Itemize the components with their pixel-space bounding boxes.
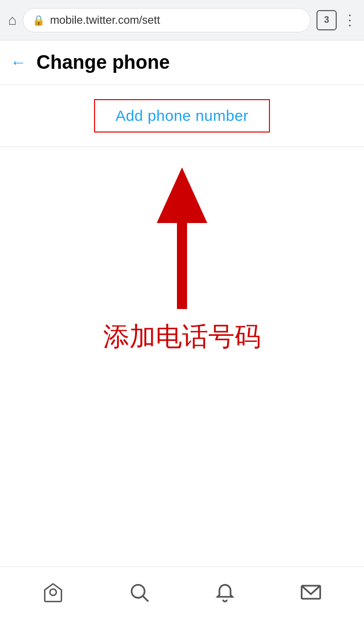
bottom-nav [0,566,364,617]
content-area: Add phone number 添加电话号码 [0,85,364,566]
url-text: mobile.twitter.com/sett [50,14,160,27]
lock-icon: 🔒 [32,14,45,26]
search-icon [128,581,150,603]
browser-bar: ⌂ 🔒 mobile.twitter.com/sett 3 ⋮ [0,0,364,40]
add-phone-button[interactable]: Add phone number [94,99,269,133]
browser-url-bar[interactable]: 🔒 mobile.twitter.com/sett [23,8,310,32]
svg-line-3 [143,596,148,601]
bell-icon [214,581,236,603]
nav-home[interactable] [42,581,64,603]
nav-messages[interactable] [300,581,322,603]
arrow-container [152,162,212,314]
svg-point-2 [131,585,145,598]
browser-menu-icon[interactable]: ⋮ [343,12,356,28]
browser-tabs-badge[interactable]: 3 [316,10,337,30]
page-title: Change phone [36,52,170,73]
nav-search[interactable] [128,581,150,603]
svg-marker-0 [157,167,207,309]
mail-icon [300,581,322,603]
nav-notifications[interactable] [214,581,236,603]
svg-point-1 [50,589,57,595]
annotation-area: 添加电话号码 [0,147,364,566]
back-button[interactable]: ← [10,53,26,72]
page-header: ← Change phone [0,40,364,85]
annotation-arrow [152,162,212,314]
add-phone-row: Add phone number [0,85,364,147]
browser-home-icon[interactable]: ⌂ [8,12,17,28]
home-icon [42,581,64,603]
annotation-text: 添加电话号码 [103,319,261,355]
